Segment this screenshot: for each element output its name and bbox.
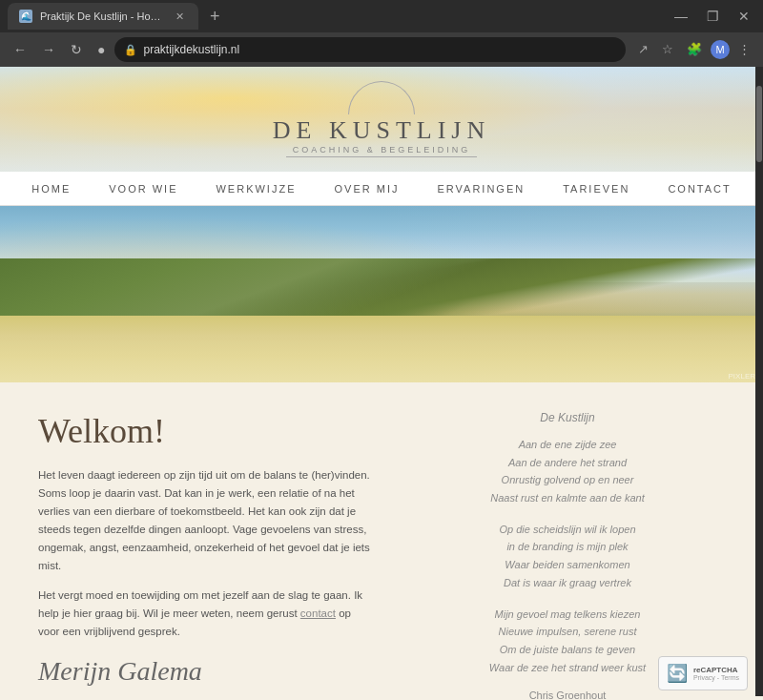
nav-contact[interactable]: CONTACT	[668, 183, 731, 195]
welcome-title: Welkom!	[38, 411, 372, 451]
new-tab-button[interactable]: +	[202, 7, 228, 27]
poem-line-2-2: in de branding is mijn plek	[410, 538, 725, 556]
logo-area: DE KUSTLIJN COACHING & BEGELEIDING	[273, 81, 491, 157]
tab-close-button[interactable]: ✕	[172, 9, 187, 24]
profile-button[interactable]: M	[711, 40, 730, 59]
poem-line-1-1: Aan de ene zijde zee	[410, 436, 725, 454]
poem-line-2-3: Waar beiden samenkomen	[410, 556, 725, 574]
menu-button[interactable]: ⋮	[733, 40, 755, 59]
minimize-button[interactable]: —	[669, 9, 693, 24]
extensions-button[interactable]: 🧩	[682, 40, 707, 59]
logo-circle-decoration	[348, 81, 415, 114]
scrollbar[interactable]	[755, 67, 763, 696]
recaptcha-label: reCAPTCHA	[693, 666, 739, 674]
welcome-paragraph-2: Het vergt moed en toewijding om met jeze…	[38, 587, 372, 641]
logo-title: DE KUSTLIJN	[273, 116, 491, 145]
welcome-paragraph-1: Het leven daagt iedereen op zijn tijd ui…	[38, 466, 372, 575]
poem-line-3-2: Nieuwe impulsen, serene rust	[410, 623, 725, 641]
poem-author: Chris Groenhout	[410, 690, 725, 700]
lock-icon: 🔒	[124, 44, 137, 56]
welcome-section: Welkom! Het leven daagt iedereen op zijn…	[38, 411, 372, 700]
restore-button[interactable]: ❐	[701, 9, 725, 24]
signature: Merijn Galema	[38, 656, 372, 687]
window-controls: — ❐ ✕	[669, 9, 755, 24]
browser-chrome: 🌊 Praktijk De Kustlijn - Home ✕ + — ❐ ✕ …	[0, 0, 763, 67]
tab-title: Praktijk De Kustlijn - Home	[40, 10, 164, 22]
poem-line-3-1: Mijn gevoel mag telkens kiezen	[410, 606, 725, 624]
poem-line-1-3: Onrustig golvend op en neer	[410, 471, 725, 489]
logo-line-decoration	[286, 156, 477, 157]
recaptcha-icon: 🔄	[667, 663, 688, 684]
logo-subtitle: COACHING & BEGELEIDING	[273, 145, 491, 154]
close-button[interactable]: ✕	[732, 9, 755, 24]
bookmark-button[interactable]: ☆	[657, 40, 678, 59]
address-bar-area: ← → ↻ ● 🔒 praktijkdekustlijn.nl ↗ ☆ 🧩 M …	[0, 32, 763, 67]
recaptcha-widget: 🔄 reCAPTCHA Privacy - Terms	[658, 656, 748, 690]
recaptcha-subtext: Privacy - Terms	[693, 674, 739, 681]
poem-stanza-1: Aan de ene zijde zee Aan de andere het s…	[410, 436, 725, 507]
nav-werkwijze[interactable]: WERKWIJZE	[216, 183, 296, 195]
poem-line-1-4: Naast rust en kalmte aan de kant	[410, 489, 725, 507]
hero-image: PIXLER	[0, 206, 763, 382]
title-bar: 🌊 Praktijk De Kustlijn - Home ✕ + — ❐ ✕	[0, 0, 763, 32]
main-content: Welkom! Het leven daagt iedereen op zijn…	[0, 382, 763, 700]
website-content: DE KUSTLIJN COACHING & BEGELEIDING HOME …	[0, 67, 763, 700]
hero-sand	[0, 316, 763, 382]
contact-link[interactable]: contact	[300, 607, 336, 619]
url-text: praktijkdekustlijn.nl	[143, 43, 239, 56]
url-bar[interactable]: 🔒 praktijkdekustlijn.nl	[114, 37, 626, 62]
reload-button[interactable]: ↻	[65, 40, 88, 59]
scrollbar-thumb[interactable]	[756, 86, 762, 162]
site-navigation: HOME VOOR WIE WERKWIJZE OVER MIJ ERVARIN…	[0, 172, 763, 206]
share-button[interactable]: ↗	[633, 40, 653, 59]
poem-line-1-2: Aan de andere het strand	[410, 454, 725, 472]
browser-tab[interactable]: 🌊 Praktijk De Kustlijn - Home ✕	[8, 3, 198, 30]
site-header: DE KUSTLIJN COACHING & BEGELEIDING	[0, 67, 763, 172]
poem-stanza-2: Op die scheidslijn wil ik lopen in de br…	[410, 521, 725, 592]
poem-line-2-1: Op die scheidslijn wil ik lopen	[410, 521, 725, 539]
hero-watermark: PIXLER	[729, 372, 755, 381]
tab-favicon: 🌊	[19, 10, 32, 23]
forward-button[interactable]: →	[36, 40, 61, 59]
recaptcha-text-area: reCAPTCHA Privacy - Terms	[693, 666, 739, 681]
nav-actions: ↗ ☆ 🧩 M ⋮	[633, 40, 755, 59]
poem-line-2-4: Dat is waar ik graag vertrek	[410, 574, 725, 592]
nav-voor-wie[interactable]: VOOR WIE	[109, 183, 177, 195]
nav-home[interactable]: HOME	[31, 183, 71, 195]
nav-tarieven[interactable]: TARIEVEN	[563, 183, 629, 195]
home-button[interactable]: ●	[92, 40, 111, 59]
nav-over-mij[interactable]: OVER MIJ	[334, 183, 399, 195]
poem-title: De Kustlijn	[410, 411, 725, 424]
nav-ervaringen[interactable]: ERVARINGEN	[437, 183, 525, 195]
back-button[interactable]: ←	[8, 40, 32, 59]
